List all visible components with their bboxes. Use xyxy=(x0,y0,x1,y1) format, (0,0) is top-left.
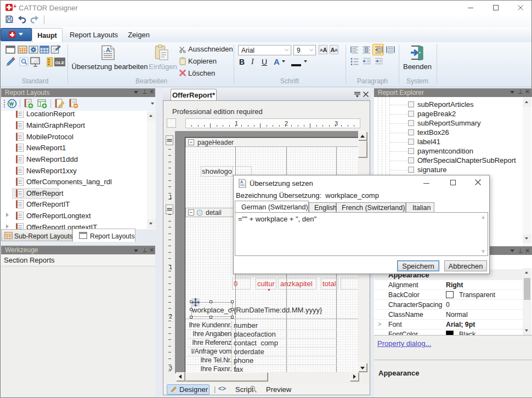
svg-text:A: A xyxy=(240,180,243,184)
svg-text:A: A xyxy=(335,48,338,53)
svg-text:OLE: OLE xyxy=(55,60,65,65)
svg-text:A: A xyxy=(106,47,110,53)
svg-text:A: A xyxy=(323,47,327,53)
